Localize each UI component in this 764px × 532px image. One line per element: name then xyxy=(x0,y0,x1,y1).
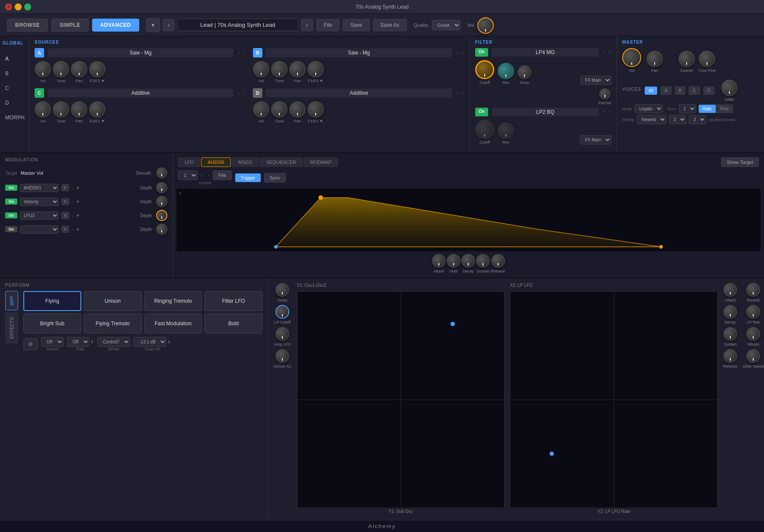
mod3-e-btn[interactable]: E xyxy=(61,212,69,219)
xy-delay-knob[interactable] xyxy=(275,283,289,297)
env-tab-modmap[interactable]: MODMAP xyxy=(304,157,338,167)
global-item-c[interactable]: C xyxy=(3,83,26,93)
env-tab-mseg[interactable]: MSEG xyxy=(232,157,259,167)
source-a-arrows[interactable]: ‹ › xyxy=(237,50,246,56)
mod1-on-btn[interactable]: On xyxy=(5,185,17,191)
global-item-a[interactable]: A xyxy=(3,54,26,64)
source-b-vol-knob[interactable] xyxy=(253,61,269,77)
source-d-name[interactable]: Additive xyxy=(266,89,452,97)
filter2-arrows[interactable]: ‹ › xyxy=(602,108,611,116)
up-bend-select2[interactable]: 2 xyxy=(689,115,706,124)
macro-flying-tremolo[interactable]: Flying Tremolo xyxy=(84,314,142,333)
source-a-f1f2-knob[interactable] xyxy=(89,61,105,77)
source-b-f1f2-knob[interactable] xyxy=(307,61,324,77)
source-c-pan-knob[interactable] xyxy=(71,101,87,118)
filter1-next[interactable]: › xyxy=(607,48,611,57)
source-d-arrows[interactable]: ‹ › xyxy=(455,90,464,96)
xy-unison-ac-knob[interactable] xyxy=(275,349,289,363)
preset-prev-button[interactable]: ‹ xyxy=(163,19,175,31)
env-attack-knob[interactable] xyxy=(432,254,446,268)
simple-button[interactable]: SIMPLE xyxy=(51,19,89,32)
source-a-pan-knob[interactable] xyxy=(71,61,87,77)
source-d-prev[interactable]: ‹ xyxy=(455,90,459,96)
parser-knob[interactable] xyxy=(599,88,611,99)
source-d-pan-knob[interactable] xyxy=(289,101,306,118)
source-b-next[interactable]: › xyxy=(460,50,464,56)
env-sync-button[interactable]: Sync xyxy=(264,173,286,183)
mod4-on-btn[interactable]: On xyxy=(5,226,17,232)
advanced-button[interactable]: ADVANCED xyxy=(92,19,139,32)
mod2-on-btn[interactable]: On xyxy=(5,199,17,205)
source-b-pan-knob[interactable] xyxy=(289,61,306,77)
filter2-name[interactable]: LP2 BQ xyxy=(492,108,599,116)
xy-reverb-knob[interactable] xyxy=(746,283,760,297)
global-item-b[interactable]: B xyxy=(3,69,26,78)
source-c-next[interactable]: › xyxy=(242,90,246,96)
smooth-knob[interactable] xyxy=(156,167,167,179)
filter2-cutoff-knob[interactable] xyxy=(475,120,494,139)
source-d-next[interactable]: › xyxy=(460,90,464,96)
source-c-f1f2-knob[interactable] xyxy=(89,101,105,118)
env-trigger-button[interactable]: Trigger xyxy=(235,173,260,182)
octave-select[interactable]: Off xyxy=(41,337,64,347)
filter1-fx-select[interactable]: FX Main xyxy=(580,76,611,85)
source-a-next[interactable]: › xyxy=(242,50,246,56)
source-c-tune-knob[interactable] xyxy=(53,101,69,118)
mod2-depth-knob[interactable] xyxy=(156,196,167,207)
save-as-button[interactable]: Save As xyxy=(373,19,407,31)
filter1-cutoff-knob[interactable] xyxy=(475,60,494,79)
env-decay-knob[interactable] xyxy=(461,254,475,268)
source-c-prev[interactable]: ‹ xyxy=(237,90,241,96)
source-b-arrows[interactable]: ‹ › xyxy=(455,50,464,56)
mod2-source[interactable]: Velocity xyxy=(20,198,59,206)
xy-release-knob[interactable] xyxy=(723,349,737,363)
voices-c-btn[interactable]: C xyxy=(689,87,700,95)
filter2-fx-select[interactable]: FX Main xyxy=(580,135,611,144)
time-btn[interactable]: Time xyxy=(716,105,733,113)
macro-unison[interactable]: Unison xyxy=(84,291,142,311)
xy-attack-knob[interactable] xyxy=(723,283,737,297)
filter1-on-button[interactable]: On xyxy=(475,48,488,57)
env-prev-arrow[interactable]: ‹ xyxy=(199,172,205,179)
source-a-vol-knob[interactable] xyxy=(35,61,51,77)
filter2-next[interactable]: › xyxy=(607,108,611,116)
xy-canvas-2[interactable] xyxy=(510,291,718,508)
source-b-name[interactable]: Saw - Mg xyxy=(266,48,452,57)
macro-ringing-tremolo[interactable]: Ringing Tremolo xyxy=(144,291,202,311)
minimize-button[interactable] xyxy=(15,3,22,10)
macro-flying[interactable]: Flying xyxy=(23,291,81,311)
env-tab-ahdsr[interactable]: AHDSR xyxy=(201,157,231,167)
voices-all-btn[interactable]: All xyxy=(645,87,657,95)
xy-canvas-1[interactable] xyxy=(297,291,505,508)
master-vol-knob[interactable] xyxy=(622,48,641,67)
mod4-source[interactable] xyxy=(20,225,59,234)
env-sustain-knob[interactable] xyxy=(476,254,490,268)
voices-a-btn[interactable]: A xyxy=(661,87,671,95)
source-d-vol-knob[interactable] xyxy=(253,101,269,118)
source-d-f1f2-knob[interactable] xyxy=(307,101,324,118)
maximize-button[interactable] xyxy=(24,3,31,10)
master-tune-fine-knob[interactable] xyxy=(699,51,715,67)
mod3-on-btn[interactable]: On xyxy=(5,212,17,218)
rate-select[interactable]: Off xyxy=(67,337,90,347)
mod1-depth-knob[interactable] xyxy=(156,182,167,193)
mod4-depth-knob[interactable] xyxy=(156,224,167,235)
source-c-vol-knob[interactable] xyxy=(35,101,51,118)
xy-vibrato-knob[interactable] xyxy=(746,327,760,341)
source-a-prev[interactable]: ‹ xyxy=(237,50,241,56)
global-item-d[interactable]: D xyxy=(3,98,26,108)
file-button[interactable]: File xyxy=(316,19,339,31)
filter1-res-knob[interactable] xyxy=(498,63,514,79)
window-controls[interactable]: ✕ xyxy=(5,3,31,10)
wheel-select[interactable]: Control7 xyxy=(97,337,130,347)
env-tab-sequencer[interactable]: SEQUENCER xyxy=(259,157,303,167)
voices-b-btn[interactable]: B xyxy=(675,87,686,95)
mod2-e-btn[interactable]: E xyxy=(61,198,69,205)
mod4-e-btn[interactable]: E xyxy=(61,226,69,233)
mod1-source[interactable]: AHDSR1 xyxy=(20,184,59,192)
master-pan-knob[interactable] xyxy=(646,51,663,67)
up-bend-select1[interactable]: 2 xyxy=(669,115,686,124)
save-button[interactable]: Save xyxy=(343,19,369,31)
master-vol-knob[interactable] xyxy=(477,17,493,33)
source-b-prev[interactable]: ‹ xyxy=(455,50,459,56)
